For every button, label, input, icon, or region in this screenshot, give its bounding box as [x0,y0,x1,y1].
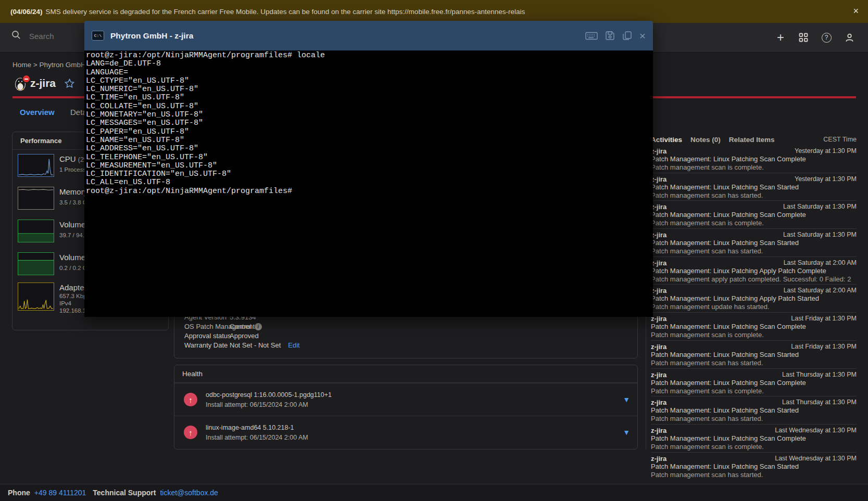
activity-device-name[interactable]: z-jira [651,399,666,406]
warranty-date-value: Not Set - Not Set [230,341,281,349]
chevron-down-icon[interactable]: ▼ [623,428,630,436]
tab-activities[interactable]: Activities [651,136,682,144]
copy-icon[interactable] [622,31,632,41]
activity-timestamp: Last Saturday at 1:30 PM [783,231,857,239]
health-install-attempt: Install attempt: 06/15/2024 2:00 AM [206,401,332,408]
tab-notes[interactable]: Notes (0) [690,136,721,144]
activity-timestamp: Last Saturday at 2:00 AM [784,287,857,294]
terminal-modal-header[interactable]: C:\ Phytron GmbH - z-jira × [84,21,653,50]
health-row[interactable]: ↑ odbc-postgresql 1:16.00.0005-1.pgdg110… [174,383,637,416]
terminal-icon: C:\ [92,31,104,41]
volume1-sub-label: 39.7 / 94. [59,232,85,238]
activity-title: Patch Management: Linux Patching Scan Co… [651,323,857,331]
terminal-line: LANGUAGE= [86,69,653,77]
nav-icons: + ? [774,29,856,46]
health-install-attempt: Install attempt: 06/15/2024 2:00 AM [206,434,308,441]
health-package-name: odbc-postgresql 1:16.00.0005-1.pgdg110+1 [206,391,332,399]
update-arrow-icon: ↑ [184,393,197,406]
footer-support-email[interactable]: ticket@softbox.de [160,489,218,497]
terminal-line: LC_ALL=en_US.UTF-8 [86,178,653,187]
terminal-output[interactable]: root@z-jira:/opt/NinjaRMMAgent/programfi… [84,50,653,317]
tab-overview[interactable]: Overview [20,108,55,117]
tab-related-items[interactable]: Related Items [729,136,775,144]
memory-sparkline-chart [18,187,54,210]
activity-title: Patch Management: Linux Patching Scan St… [651,463,857,471]
activity-title: Patch Management: Linux Patching Scan St… [651,351,857,359]
offline-status-badge [22,74,31,83]
activity-description: Patch management apply patch completed. … [651,275,857,284]
help-icon[interactable]: ? [820,31,833,44]
activity-device-name[interactable]: z-jira [651,287,666,294]
footer-phone-number[interactable]: +49 89 4111201 [34,489,86,497]
breadcrumb[interactable]: Home > Phytron GmbH [12,61,86,69]
alert-banner: (04/06/24) SMS delivery service is degra… [0,0,868,23]
add-icon[interactable]: + [774,31,787,44]
activity-device-name[interactable]: z-jira [651,427,666,434]
activity-title: Patch Management: Linux Patching Scan St… [651,183,857,191]
terminal-line: LANG=de_DE.UTF-8 [86,60,653,68]
warranty-edit-link[interactable]: Edit [288,341,299,349]
health-panel-title: Health [174,365,637,383]
activity-entry: z-jira Last Saturday at 2:00 AM Patch Ma… [651,256,857,285]
health-package-name: linux-image-amd64 5.10.218-1 [206,424,308,431]
favorite-star-icon[interactable] [65,79,74,90]
activity-entry: z-jira Last Thursday at 1:30 PM Patch Ma… [651,368,857,396]
banner-message: SMS delivery service is degraded for the… [46,8,525,16]
health-row[interactable]: ↑ linux-image-amd64 5.10.218-1 Install a… [174,416,637,448]
activity-timestamp: Last Thursday at 1:30 PM [782,399,857,406]
activity-description: Patch management scan has started. [651,471,857,479]
activity-device-name[interactable]: z-jira [651,231,666,239]
virtual-keyboard-icon[interactable] [585,31,598,41]
terminal-line: LC_NUMERIC="en_US.UTF-8" [86,85,653,94]
activity-description: Patch management scan has started. [651,415,857,423]
activity-description: Patch management scan is complete. [651,387,857,395]
activity-device-name[interactable]: z-jira [651,147,666,155]
user-profile-icon[interactable] [843,31,856,44]
terminal-modal: C:\ Phytron GmbH - z-jira × root@z-jira:… [84,21,653,317]
activity-device-name[interactable]: z-jira [651,343,666,351]
activity-device-name[interactable]: z-jira [651,371,666,379]
activity-timestamp: Yesterday at 1:30 PM [795,175,857,183]
activity-title: Patch Management: Linux Patching Apply P… [651,294,857,303]
warranty-date-label: Warranty Date [184,341,228,349]
activity-device-name[interactable]: z-jira [651,175,666,183]
activity-entry: z-jira Yesterday at 1:30 PM Patch Manage… [651,173,857,201]
activity-description: Patch management scan has started. [651,191,857,200]
adapter-traffic-chart [18,282,54,311]
activity-title: Patch Management: Linux Patching Apply P… [651,267,857,275]
activity-title: Patch Management: Linux Patching Scan Co… [651,155,857,163]
terminal-line: LC_TIME="en_US.UTF-8" [86,94,653,102]
activity-entry: z-jira Last Saturday at 1:30 PM Patch Ma… [651,228,857,256]
activity-entry: z-jira Last Thursday at 1:30 PM Patch Ma… [651,396,857,424]
info-icon[interactable]: i [255,323,262,330]
terminal-line: LC_IDENTIFICATION="en_US.UTF-8" [86,170,653,178]
cpu-label: CPU [59,155,76,163]
search-icon [11,30,21,42]
apps-grid-icon[interactable] [797,31,810,44]
activity-device-name[interactable]: z-jira [651,259,666,267]
os-patch-management-value: Control [230,323,251,330]
activity-device-name[interactable]: z-jira [651,203,666,211]
activity-timestamp: Last Saturday at 1:30 PM [783,203,857,211]
banner-close-icon[interactable]: × [853,5,859,17]
banner-date: (04/06/24) [10,8,43,16]
activity-title: Patch Management: Linux Patching Scan Co… [651,211,857,219]
terminal-close-icon[interactable]: × [639,31,646,41]
save-session-icon[interactable] [605,31,615,41]
chevron-down-icon[interactable]: ▼ [623,395,630,404]
activity-timestamp: Last Wednesday at 1:30 PM [775,455,857,463]
activity-entry: z-jira Last Friday at 1:30 PM Patch Mana… [651,340,857,368]
activity-device-name[interactable]: z-jira [651,315,666,323]
activity-description: Patch management scan has started. [651,247,857,255]
activity-timestamp: Last Saturday at 2:00 AM [784,259,857,267]
terminal-line: LC_ADDRESS="en_US.UTF-8" [86,145,653,153]
approval-status-value: Approved [230,332,259,340]
health-panel: Health ↑ odbc-postgresql 1:16.00.0005-1.… [174,365,638,449]
volume1-label: Volume [59,220,85,229]
update-arrow-icon: ↑ [184,426,197,439]
activity-device-name[interactable]: z-jira [651,455,666,463]
activity-description: Patch management scan is complete. [651,443,857,451]
activity-timestamp: Last Friday at 1:30 PM [791,343,857,351]
activity-timestamp: Yesterday at 1:30 PM [795,147,857,155]
activity-description: Patch management scan is complete. [651,163,857,172]
